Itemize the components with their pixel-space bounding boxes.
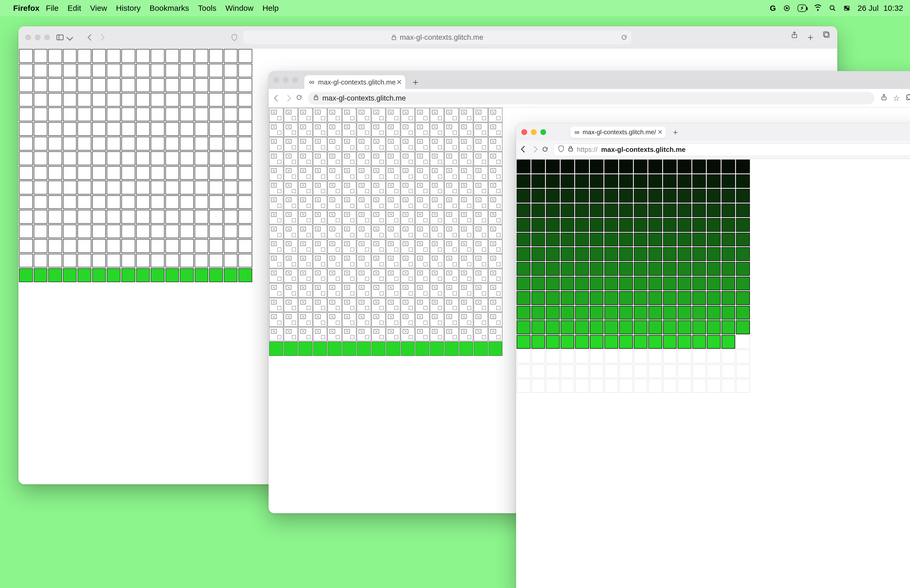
- grid-cell: [634, 247, 648, 261]
- grid-cell: [63, 151, 77, 165]
- grid-cell: [121, 78, 135, 92]
- wifi-tray-icon[interactable]: [814, 5, 822, 11]
- control-center-tray-icon[interactable]: [844, 5, 850, 11]
- battery-tray-icon[interactable]: ⚡︎: [798, 5, 807, 12]
- grid-cell: [619, 174, 633, 188]
- safari-share-icon[interactable]: [790, 31, 798, 44]
- grid-cell: [357, 342, 371, 356]
- grid-cell: [721, 174, 735, 188]
- chrome-back-icon[interactable]: [275, 94, 280, 102]
- safari-tab-groups-dropdown-icon[interactable]: [68, 35, 72, 40]
- safari-close-light[interactable]: [25, 34, 31, 40]
- grid-cell: [546, 277, 560, 291]
- firefox-minimize-light[interactable]: [531, 129, 537, 135]
- grid-cell: [150, 210, 165, 224]
- grid-cell: [517, 218, 530, 232]
- grid-cell: [415, 152, 430, 166]
- firefox-urlbar[interactable]: https:// max-gl-contexts.glitch.me: [553, 144, 910, 156]
- firefox-new-tab-button[interactable]: ＋: [670, 127, 680, 137]
- grid-cell: [224, 151, 238, 165]
- grid-cell: [721, 335, 735, 349]
- firefox-tab-close-icon[interactable]: ✕: [658, 128, 663, 136]
- safari-reload-icon[interactable]: [621, 34, 627, 40]
- firefox-tab-0[interactable]: ∞ max-gl-contexts.glitch.me/ ✕: [571, 126, 666, 138]
- firefox-zoom-light[interactable]: [540, 129, 546, 135]
- safari-forward-icon[interactable]: [99, 35, 104, 40]
- grid-cell: [107, 254, 121, 268]
- firefox-close-light[interactable]: [521, 129, 527, 135]
- safari-privacy-shield-icon[interactable]: [231, 34, 238, 41]
- grid-cell: [238, 210, 252, 224]
- g-tray-icon[interactable]: G: [770, 4, 776, 13]
- chrome-share-icon[interactable]: [880, 94, 887, 103]
- chrome-extensions-icon[interactable]: [905, 94, 910, 103]
- menu-file[interactable]: File: [46, 4, 58, 13]
- firefox-reload-icon[interactable]: [542, 146, 548, 153]
- chrome-tab-0[interactable]: ∞ max-gl-contexts.glitch.me ✕: [304, 75, 405, 89]
- grid-cell: [357, 298, 371, 312]
- firefox-forward-icon[interactable]: [532, 147, 537, 153]
- grid-cell: [342, 123, 357, 137]
- grid-cell: [342, 195, 357, 210]
- menu-window[interactable]: Window: [225, 4, 254, 13]
- safari-back-icon[interactable]: [89, 35, 93, 40]
- grid-cell: [209, 64, 223, 78]
- safari-addressbar[interactable]: max-gl-contexts.glitch.me: [243, 31, 631, 44]
- media-tray-icon[interactable]: [783, 5, 790, 11]
- grid-cell: [648, 277, 662, 291]
- chrome-bookmark-icon[interactable]: ☆: [893, 94, 900, 103]
- grid-cell: [517, 335, 530, 349]
- chrome-zoom-light[interactable]: [292, 77, 298, 83]
- grid-cell: [136, 107, 150, 121]
- grid-cell: [517, 247, 530, 261]
- menu-history[interactable]: History: [116, 4, 141, 13]
- grid-cell: [488, 342, 503, 356]
- chrome-reload-icon[interactable]: [296, 94, 302, 102]
- safari-new-tab-icon[interactable]: ＋: [806, 31, 815, 44]
- safari-sidebar-toggle-icon[interactable]: [56, 33, 64, 42]
- grid-cell: [224, 122, 238, 136]
- chrome-minimize-light[interactable]: [283, 77, 289, 83]
- chrome-tab-close-icon[interactable]: ✕: [396, 78, 402, 86]
- spotlight-tray-icon[interactable]: [829, 5, 836, 11]
- grid-cell: [474, 123, 488, 137]
- firefox-back-icon[interactable]: [522, 147, 527, 153]
- chrome-close-light[interactable]: [273, 77, 279, 83]
- safari-lock-icon: [391, 34, 396, 40]
- grid-cell: [195, 64, 209, 78]
- menu-tools[interactable]: Tools: [198, 4, 217, 13]
- grid-cell: [386, 108, 400, 122]
- safari-zoom-light[interactable]: [44, 34, 50, 40]
- grid-cell: [707, 364, 721, 378]
- chrome-forward-icon[interactable]: [285, 94, 290, 102]
- grid-cell: [136, 181, 150, 194]
- chrome-omnibox[interactable]: max-gl-contexts.glitch.me: [308, 92, 874, 105]
- grid-cell: [107, 195, 121, 209]
- grid-cell: [386, 283, 400, 297]
- grid-cell: [34, 181, 48, 194]
- menubar-clock[interactable]: 26 Jul 10:32: [858, 4, 903, 13]
- grid-cell: [546, 233, 560, 247]
- grid-cell: [648, 262, 662, 276]
- safari-tabs-overview-icon[interactable]: [823, 31, 831, 44]
- menu-edit[interactable]: Edit: [68, 4, 81, 13]
- grid-cell: [224, 254, 238, 268]
- grid-cell: [269, 312, 283, 326]
- grid-cell: [561, 189, 575, 203]
- grid-cell: [224, 137, 238, 150]
- firefox-tracking-shield-icon[interactable]: [558, 145, 564, 154]
- grid-cell: [590, 262, 604, 276]
- grid-cell: [195, 195, 209, 209]
- grid-cell: [180, 268, 194, 282]
- battery-bolt-icon: ⚡︎: [800, 5, 804, 11]
- chrome-new-tab-button[interactable]: ＋: [409, 76, 422, 88]
- menu-help[interactable]: Help: [262, 4, 279, 13]
- active-app-name[interactable]: Firefox: [13, 4, 39, 13]
- grid-cell: [677, 233, 692, 247]
- menu-bookmarks[interactable]: Bookmarks: [150, 4, 189, 13]
- menu-view[interactable]: View: [90, 4, 107, 13]
- svg-rect-8: [57, 35, 63, 40]
- grid-cell: [531, 291, 545, 305]
- safari-minimize-light[interactable]: [35, 34, 40, 40]
- grid-cell: [357, 312, 371, 326]
